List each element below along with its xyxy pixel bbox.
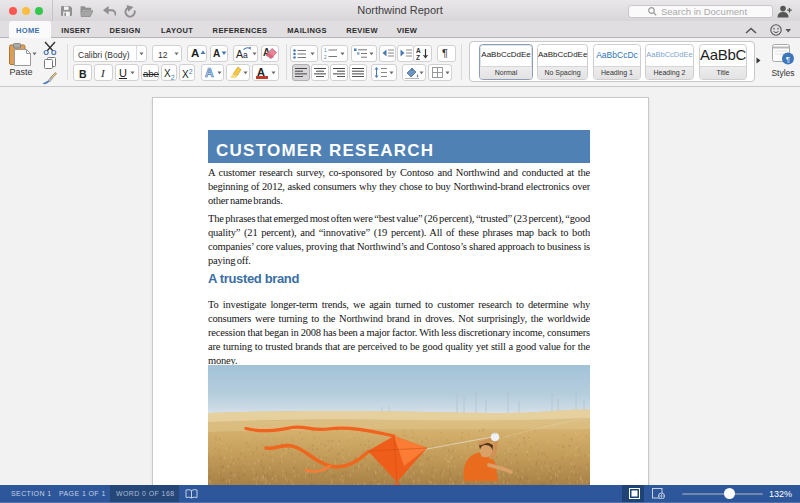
svg-text:Z: Z [416,54,420,60]
svg-text:2: 2 [324,55,327,60]
svg-text:A: A [416,47,421,54]
svg-text:¶: ¶ [786,55,790,64]
svg-text:1: 1 [324,48,327,53]
